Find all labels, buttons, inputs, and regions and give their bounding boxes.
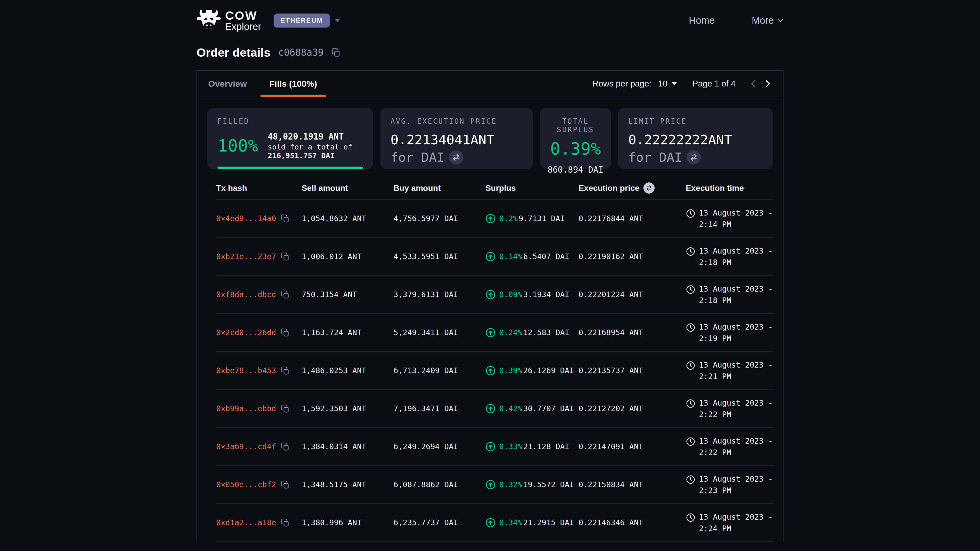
col-header-execution-price: Execution price: [579, 183, 686, 194]
col-header-buy-amount: Buy amount: [393, 183, 485, 193]
tx-hash-link[interactable]: 0xb21e...23e7: [216, 252, 276, 261]
execution-time-cell: 13 August 2023 - 2:24 PM: [686, 511, 773, 534]
tx-hash-link[interactable]: 0×3a69...cd4f: [216, 442, 276, 451]
surplus-amount: 3.1934 DAI: [523, 290, 570, 299]
tx-hash-link[interactable]: 0×4ed9...14a0: [216, 214, 276, 223]
page-indicator: Page 1 of 4: [692, 79, 735, 89]
invert-price-icon[interactable]: [687, 150, 701, 165]
select-caret-icon: [671, 82, 677, 86]
tx-hash-link[interactable]: 0×050e...cbf2: [216, 480, 276, 489]
execution-price-cell: 0.22201224 ANT: [579, 290, 686, 299]
tx-hash-link[interactable]: 0xbe78...b453: [216, 366, 276, 375]
copy-icon[interactable]: [281, 328, 290, 337]
order-id: c0688a39: [278, 47, 324, 58]
copy-icon[interactable]: [281, 214, 290, 223]
sell-amount-cell: 750.3154 ANT: [302, 290, 393, 299]
tx-hash-cell: 0xb21e...23e7: [216, 252, 302, 261]
copy-icon[interactable]: [281, 404, 290, 413]
execution-time-cell: 13 August 2023 - 2:18 PM: [686, 283, 773, 306]
buy-amount-cell: 4,533.5951 DAI: [393, 252, 485, 261]
copy-icon[interactable]: [281, 252, 290, 261]
col-header-tx-hash: Tx hash: [216, 183, 302, 193]
surplus-up-icon: [485, 365, 496, 376]
limit-price-value: 0.22222222ANT: [628, 132, 762, 148]
table-row: 0xd1a2...a18e 1,380.996 ANT 6,235.7737 D…: [216, 504, 773, 542]
network-badge[interactable]: ETHEREUM: [274, 14, 330, 27]
clock-icon: [686, 321, 695, 332]
tx-hash-link[interactable]: 0xd1a2...a18e: [216, 518, 276, 527]
tx-hash-link[interactable]: 0xf8da...dbcd: [216, 290, 276, 299]
copy-icon[interactable]: [281, 480, 290, 489]
network-selector[interactable]: ETHEREUM: [274, 14, 340, 27]
logo-subtitle: Explorer: [225, 22, 261, 32]
surplus-amount: 9.7131 DAI: [519, 214, 565, 223]
filled-card: FILLED 100% 48,020.1919 ANT sold for a t…: [207, 108, 373, 169]
invert-price-icon[interactable]: [449, 150, 463, 165]
cow-explorer-logo[interactable]: COW Explorer: [197, 9, 261, 32]
execution-price-cell: 0.22135737 ANT: [579, 366, 686, 375]
execution-time-text: 13 August 2023 - 2:19 PM: [699, 321, 773, 344]
sell-amount-cell: 1,348.5175 ANT: [302, 480, 393, 489]
order-panel: Overview Fills (100%) Rows per page: 10 …: [197, 70, 783, 542]
prev-page-button[interactable]: [747, 77, 760, 91]
invert-price-icon[interactable]: [643, 183, 655, 194]
table-row: 0×2cd0...26dd 1,163.724 ANT 5,249.3411 D…: [216, 314, 773, 352]
rows-per-page-select[interactable]: 10: [658, 79, 677, 89]
chevron-left-icon: [749, 79, 759, 89]
filled-label: FILLED: [218, 117, 363, 125]
avg-execution-price-label: AVG. EXECUTION PRICE: [390, 117, 523, 125]
surplus-cell: 0.2% 9.7131 DAI: [485, 213, 579, 224]
surplus-percent: 0.33%: [499, 442, 522, 451]
copy-icon[interactable]: [331, 48, 341, 57]
tab-overview[interactable]: Overview: [197, 71, 258, 97]
table-row: 0×050e...cbf2 1,348.5175 ANT 6,087.8862 …: [216, 466, 773, 504]
tx-hash-link[interactable]: 0×2cd0...26dd: [216, 328, 276, 337]
logo-wordmark: COW: [225, 10, 261, 22]
chevron-down-icon: [334, 19, 340, 22]
surplus-up-icon: [485, 289, 496, 300]
tx-hash-cell: 0xb99a...ebbd: [216, 404, 302, 413]
tx-hash-link[interactable]: 0xb99a...ebbd: [216, 404, 276, 413]
filled-amount: 48,020.1919 ANT: [268, 132, 363, 141]
execution-time-text: 13 August 2023 - 2:23 PM: [699, 473, 773, 496]
chevron-down-icon: [777, 19, 783, 22]
nav-item-more[interactable]: More: [752, 15, 783, 26]
execution-price-cell: 0.22147091 ANT: [579, 442, 686, 451]
surplus-cell: 0.09% 3.1934 DAI: [485, 289, 579, 300]
execution-time-cell: 13 August 2023 - 2:22 PM: [686, 397, 773, 420]
copy-icon[interactable]: [281, 518, 290, 527]
execution-time-cell: 13 August 2023 - 2:22 PM: [686, 435, 773, 458]
surplus-up-icon: [485, 403, 496, 414]
sell-amount-cell: 1,163.724 ANT: [302, 328, 393, 337]
tx-hash-cell: 0xf8da...dbcd: [216, 290, 302, 299]
clock-icon: [686, 245, 695, 256]
execution-time-cell: 13 August 2023 - 2:21 PM: [686, 359, 773, 382]
tx-hash-cell: 0×4ed9...14a0: [216, 214, 302, 223]
next-page-button[interactable]: [760, 77, 774, 91]
sell-amount-cell: 1,592.3503 ANT: [302, 404, 393, 413]
clock-icon: [686, 207, 695, 218]
table-row: 0xb21e...23e7 1,006.012 ANT 4,533.5951 D…: [216, 238, 773, 276]
chevron-right-icon: [762, 79, 773, 89]
execution-time-cell: 13 August 2023 - 2:14 PM: [686, 207, 773, 230]
buy-amount-cell: 6,713.2409 DAI: [393, 366, 485, 375]
clock-icon: [686, 511, 695, 522]
table-header-row: Tx hash Sell amount Buy amount Surplus E…: [216, 177, 773, 200]
surplus-up-icon: [485, 441, 496, 452]
copy-icon[interactable]: [281, 366, 290, 375]
clock-icon: [686, 283, 695, 294]
table-row: 0×3a69...cd4f 1,384.0314 ANT 6,249.2694 …: [216, 428, 773, 466]
copy-icon[interactable]: [281, 290, 290, 299]
execution-time-text: 13 August 2023 - 2:18 PM: [699, 283, 773, 306]
surplus-percent: 0.34%: [499, 518, 522, 527]
surplus-percent: 0.09%: [499, 290, 522, 299]
execution-price-cell: 0.22190162 ANT: [579, 252, 686, 261]
surplus-up-icon: [485, 213, 496, 224]
avg-execution-price-card: AVG. EXECUTION PRICE 0.22134041ANT for D…: [380, 108, 533, 169]
copy-icon[interactable]: [281, 442, 290, 451]
nav-item-home[interactable]: Home: [689, 15, 714, 26]
tab-fills[interactable]: Fills (100%): [258, 71, 328, 97]
filled-progress-bar: [218, 167, 363, 169]
total-surplus-percent: 0.39%: [545, 139, 606, 159]
total-surplus-card: TOTAL SURPLUS 0.39% 860.894 DAI: [540, 108, 611, 169]
